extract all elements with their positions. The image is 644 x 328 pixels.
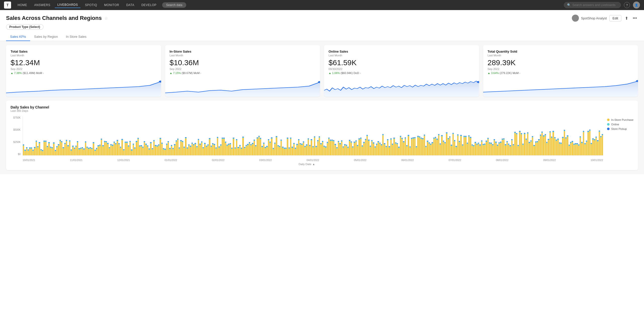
- nav-home[interactable]: HOME: [15, 2, 30, 8]
- bar-yellow: [352, 148, 353, 155]
- help-button[interactable]: ?: [624, 2, 630, 8]
- bar-yellow: [376, 145, 377, 155]
- search-data-button[interactable]: Search data: [162, 2, 187, 8]
- legend-pickup-dot: [607, 128, 610, 130]
- bar-group: [150, 116, 151, 155]
- global-search[interactable]: 🔍: [564, 2, 621, 8]
- kpi-online-sparkline: [324, 77, 479, 97]
- x-label: 04/01/2022: [307, 159, 319, 162]
- bar-group: [541, 116, 543, 155]
- bar-group: [521, 116, 522, 155]
- bar-yellow: [561, 144, 562, 155]
- bar-group: [29, 116, 30, 155]
- bar-yellow: [379, 144, 381, 155]
- bar-group: [473, 116, 474, 155]
- bar-group: [168, 116, 169, 155]
- bar-yellow: [241, 149, 242, 155]
- nav-monitor[interactable]: MONITOR: [102, 2, 122, 8]
- favorite-icon[interactable]: ☆: [104, 16, 108, 21]
- bar-yellow: [327, 143, 328, 155]
- bar-yellow: [260, 139, 261, 155]
- bar-yellow: [199, 145, 201, 155]
- bar-group: [400, 116, 401, 155]
- bar-group: [274, 116, 275, 155]
- bar-yellow: [495, 143, 496, 155]
- bar-group: [155, 116, 156, 155]
- bar-yellow: [231, 149, 233, 155]
- bar-yellow: [36, 142, 37, 155]
- bar-group: [95, 116, 96, 155]
- bar-yellow: [123, 151, 124, 155]
- bar-yellow: [363, 143, 364, 155]
- bar-yellow: [98, 147, 99, 155]
- daily-sales-chart: Daily Sales by Channel Last 365 Days $75…: [6, 101, 638, 170]
- tab-sales-by-region[interactable]: Sales by Region: [30, 32, 62, 41]
- bar-group: [546, 116, 547, 155]
- bar-group: [535, 116, 536, 155]
- bar-group: [319, 116, 320, 155]
- legend-pickup: Store Pickup: [607, 127, 633, 130]
- bar-group: [443, 116, 444, 155]
- bar-group: [66, 116, 67, 155]
- bar-group: [594, 116, 595, 155]
- bar-yellow: [435, 138, 436, 155]
- change-arrow: ▲: [488, 71, 490, 75]
- bar-yellow: [319, 138, 320, 155]
- share-button[interactable]: ⬆: [624, 15, 629, 22]
- bar-group: [573, 116, 575, 155]
- bar-group: [565, 116, 567, 155]
- nav-spotiq[interactable]: SPOTIQ: [82, 2, 100, 8]
- bar-yellow: [347, 148, 349, 155]
- bar-yellow: [406, 147, 407, 155]
- search-input[interactable]: [572, 3, 618, 7]
- bar-yellow: [104, 142, 105, 155]
- bar-yellow: [545, 135, 546, 155]
- sort-icon[interactable]: ▲: [312, 163, 315, 166]
- bar-yellow: [578, 146, 579, 155]
- bar-group: [169, 116, 170, 155]
- change-val: ($60.94K): [341, 71, 353, 75]
- bar-yellow: [448, 139, 449, 155]
- kpi-total-sales-sub: Last Month: [11, 54, 157, 57]
- nav-liveboards[interactable]: LIVEBOARDS: [55, 2, 80, 8]
- product-type-filter[interactable]: Product Type (Select): [6, 24, 43, 30]
- bar-group: [486, 116, 487, 155]
- bar-group: [421, 116, 422, 155]
- tab-sales-kpis[interactable]: Sales KPIs: [6, 32, 30, 41]
- bar-yellow: [266, 147, 267, 155]
- bar-group: [507, 116, 508, 155]
- bar-group: [34, 116, 35, 155]
- bar-yellow: [546, 143, 547, 155]
- x-axis-label: Daily Date: [299, 163, 311, 166]
- bar-group: [487, 116, 489, 155]
- user-avatar[interactable]: 👤: [633, 2, 640, 9]
- edit-button[interactable]: Edit: [609, 15, 621, 21]
- bar-group: [252, 116, 253, 155]
- bar-yellow: [58, 145, 59, 155]
- bar-group: [478, 116, 479, 155]
- bar-yellow: [284, 149, 285, 155]
- bar-group: [537, 116, 538, 155]
- bar-yellow: [136, 142, 137, 155]
- nav-answers[interactable]: ANSWERS: [32, 2, 53, 8]
- bar-group: [494, 116, 495, 155]
- bar-yellow: [166, 145, 167, 155]
- bar-yellow: [580, 138, 581, 155]
- bar-yellow: [487, 139, 489, 155]
- bar-group: [56, 116, 58, 155]
- bar-yellow: [176, 142, 177, 155]
- logo[interactable]: T: [4, 2, 11, 9]
- bar-group: [347, 116, 349, 155]
- tab-in-store-sales[interactable]: In Store Sales: [62, 32, 90, 41]
- more-options-button[interactable]: •••: [632, 15, 638, 21]
- bar-group: [446, 116, 447, 155]
- bar-group: [215, 116, 217, 155]
- bar-yellow: [357, 146, 358, 155]
- nav-develop[interactable]: DEVELOP: [139, 2, 159, 8]
- bar-group: [438, 116, 439, 155]
- bar-yellow: [114, 143, 115, 155]
- nav-data[interactable]: DATA: [124, 2, 137, 8]
- bar-group: [336, 116, 338, 155]
- bar-group: [204, 116, 205, 155]
- bar-yellow: [401, 139, 403, 155]
